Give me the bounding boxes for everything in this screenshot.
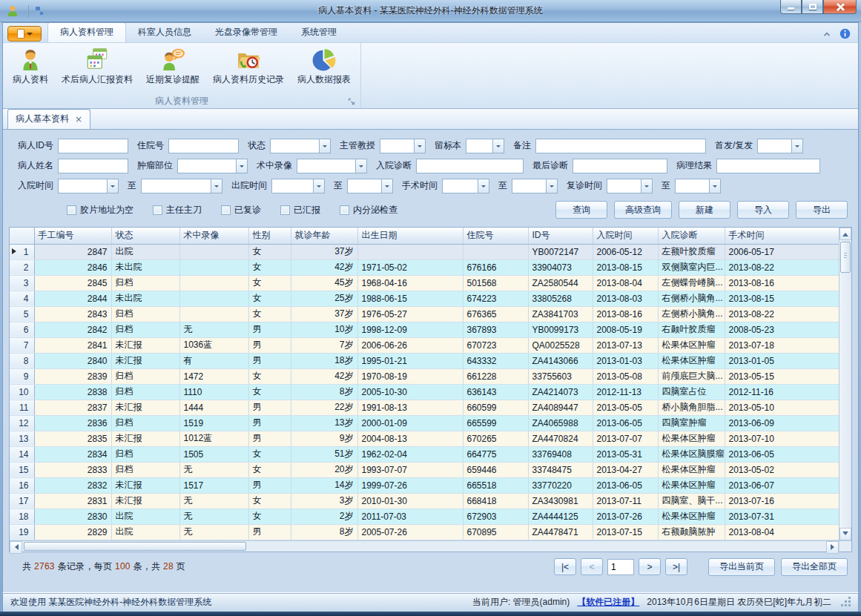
admission-date-from-select[interactable] [58,179,119,193]
advanced-query-button[interactable]: 高级查询 [614,201,672,219]
table-row[interactable]: 182830出院无女2岁2011-07-03672903ZA4444125201… [10,509,839,524]
quick-access-icon[interactable] [33,5,45,17]
surgery-video-select[interactable] [297,159,367,173]
chief-professor-select[interactable] [380,139,426,153]
ribbon-tab-2[interactable]: 光盘录像带管理 [203,23,289,42]
info-icon[interactable] [839,28,851,39]
first-or-relapse-select[interactable] [757,139,803,153]
combo-dropdown-icon[interactable] [319,139,331,153]
ribbon-tab-1[interactable]: 科室人员信息 [126,23,203,42]
ribbon-button-2[interactable]: 近期复诊提醒 [139,44,206,87]
column-header-7[interactable]: 住院号 [463,228,528,244]
final-diagnosis-input[interactable] [573,159,667,173]
combo-dropdown-icon[interactable] [641,179,653,193]
column-header-9[interactable]: 入院时间 [593,228,658,244]
endocrine-exam-checkbox[interactable]: 内分泌检查 [340,204,397,216]
dialog-launcher-icon[interactable] [348,98,356,106]
first-page-button[interactable]: |< [554,558,576,575]
surgery-date-from-select[interactable] [442,179,489,193]
close-button[interactable] [823,0,857,14]
export-button[interactable]: 导出 [796,201,848,219]
app-menu-button[interactable] [7,26,42,42]
revisit-date-to-select[interactable] [675,179,721,193]
table-row[interactable]: 72841未汇报1036蓝男7岁2006-06-26670723QA002552… [10,337,839,353]
combo-dropdown-icon[interactable] [313,179,325,193]
export-all-pages-button[interactable]: 导出全部页 [781,558,848,576]
vertical-scrollbar[interactable] [839,228,851,540]
registered-link[interactable]: 【软件已注册】 [577,596,639,609]
combo-dropdown-icon[interactable] [791,139,803,153]
scroll-up-icon[interactable] [839,228,851,240]
export-current-page-button[interactable]: 导出当前页 [708,558,775,576]
combo-dropdown-icon[interactable] [492,139,504,153]
ribbon-button-0[interactable]: 病人资料 [6,44,55,87]
column-header-5[interactable]: 就诊年龄 [291,228,357,244]
table-row[interactable]: 52843归档女37岁1976-05-27676365ZA38417032013… [10,306,839,322]
combo-dropdown-icon[interactable] [107,179,119,193]
patient-name-input[interactable] [58,159,128,173]
admission-date-to-select[interactable] [141,179,222,193]
table-row[interactable]: 172831未汇报无女3岁2010-01-30668418ZA343098120… [10,493,839,509]
combo-dropdown-icon[interactable] [414,139,426,153]
admission-number-input[interactable] [168,139,239,153]
new-button[interactable]: 新建 [679,201,730,219]
collapse-ribbon-icon[interactable] [822,30,832,39]
ribbon-button-3[interactable]: 病人资料历史记录 [206,44,291,87]
patient-id-input[interactable] [58,139,128,153]
query-button[interactable]: 查询 [555,201,607,219]
column-header-8[interactable]: ID号 [528,228,593,244]
combo-dropdown-icon[interactable] [709,179,721,193]
ribbon-tab-3[interactable]: 系统管理 [289,23,349,42]
surgery-date-to-select[interactable] [512,179,558,193]
column-header-10[interactable]: 入院诊断 [658,228,725,244]
tab-close-icon[interactable]: × [75,116,82,123]
remark-input[interactable] [535,139,706,153]
ribbon-tab-0[interactable]: 病人资料管理 [47,22,126,42]
table-row[interactable]: 12847出院女37岁YB00721472006-05-12左额叶胶质瘤2006… [10,244,839,259]
table-row[interactable]: 102838归档1110女8岁2005-10-30636143ZA4214073… [10,384,839,400]
combo-dropdown-icon[interactable] [211,179,222,193]
horizontal-scroll-thumb[interactable] [24,542,246,551]
import-button[interactable]: 导入 [737,201,789,219]
column-header-11[interactable]: 手术时间 [725,228,839,244]
film-address-empty-checkbox[interactable]: 胶片地址为空 [67,204,133,216]
vertical-scroll-thumb[interactable] [840,242,851,273]
table-row[interactable]: 142834归档1505女51岁1962-02-0466477533769408… [10,446,839,462]
table-row[interactable]: 62842归档无男10岁1998-12-09367893YB0099173200… [10,322,839,337]
reported-checkbox[interactable]: 已汇报 [280,204,320,216]
discharge-date-from-select[interactable] [271,179,325,193]
table-row[interactable]: 92839归档1472女42岁1970-08-19661228337556032… [10,368,839,384]
combo-dropdown-icon[interactable] [236,159,248,173]
combo-dropdown-icon[interactable] [355,159,367,173]
column-header-2[interactable]: 状态 [111,228,179,244]
next-page-button[interactable]: > [639,558,661,575]
column-header-3[interactable]: 术中录像 [179,228,248,244]
combo-dropdown-icon[interactable] [546,179,558,193]
column-header-6[interactable]: 出生日期 [357,228,463,244]
prev-page-button[interactable]: < [581,558,603,575]
combo-dropdown-icon[interactable] [478,179,489,193]
table-row[interactable]: 192829出院无男8岁2005-07-26670895ZA4478471201… [10,524,839,540]
minimize-button[interactable] [780,0,802,14]
chief-surgeon-checkbox[interactable]: 主任主刀 [153,204,202,216]
status-select[interactable] [270,139,331,153]
ribbon-button-4[interactable]: 病人数据报表 [291,44,357,87]
column-header-0[interactable] [10,228,34,244]
scroll-down-icon[interactable] [839,528,851,540]
specimen-kept-select[interactable] [466,139,504,153]
discharge-date-to-select[interactable] [347,179,393,193]
combo-dropdown-icon[interactable] [381,179,393,193]
pathology-result-input[interactable] [716,159,820,173]
table-row[interactable]: 22846未出院女42岁1971-05-02676166339040732013… [10,259,839,275]
table-row[interactable]: 112837未汇报1444男22岁1991-08-13660599ZA40894… [10,400,839,415]
revisited-checkbox[interactable]: 已复诊 [221,204,261,216]
column-header-4[interactable]: 性别 [248,228,291,244]
table-row[interactable]: 32845归档女45岁1968-04-16501568ZA25805442013… [10,275,839,291]
revisit-date-from-select[interactable] [607,179,653,193]
tab-patient-basic-info[interactable]: 病人基本资料 × [7,109,90,129]
column-header-1[interactable]: 手工编号 [34,228,111,244]
admission-diagnosis-input[interactable] [416,159,524,173]
table-row[interactable]: 42844未出院女25岁1988-06-15674223338052682013… [10,291,839,306]
table-row[interactable]: 122836归档1519男13岁2000-01-09665599ZA406598… [10,415,839,431]
ribbon-button-1[interactable]: 术后病人汇报资料 [55,44,139,87]
